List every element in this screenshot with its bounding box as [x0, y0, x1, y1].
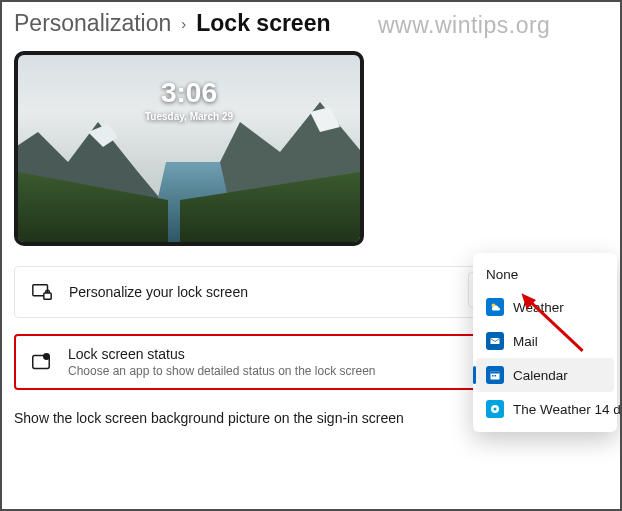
watermark: www.wintips.org: [378, 12, 550, 39]
lockscreen-clock: 3:06 Tuesday, March 29: [18, 77, 360, 122]
calendar-icon: [486, 366, 504, 384]
lockscreen-preview: 3:06 Tuesday, March 29: [14, 51, 364, 246]
status-app-dropdown-menu: None Weather Mail Calendar The Weather 1…: [473, 253, 617, 432]
svg-marker-17: [517, 293, 537, 311]
menu-item-label: Calendar: [513, 368, 568, 383]
svg-rect-11: [491, 372, 500, 374]
menu-item-none[interactable]: None: [476, 259, 614, 290]
mail-icon: [486, 332, 504, 350]
svg-rect-13: [495, 375, 497, 377]
menu-item-weather14[interactable]: The Weather 14 day: [476, 392, 614, 426]
menu-item-label: None: [486, 267, 518, 282]
menu-item-calendar[interactable]: Calendar: [476, 358, 614, 392]
chevron-right-icon: ›: [181, 15, 186, 32]
weather-icon: [486, 298, 504, 316]
menu-item-label: The Weather 14 day: [513, 402, 622, 417]
setting-row-title: Show the lock screen background picture …: [14, 410, 539, 426]
svg-rect-12: [492, 375, 494, 377]
svg-rect-9: [491, 338, 500, 344]
breadcrumb-parent[interactable]: Personalization: [14, 10, 171, 37]
lockscreen-date: Tuesday, March 29: [18, 111, 360, 122]
weather-14-icon: [486, 400, 504, 418]
svg-point-7: [44, 354, 50, 360]
svg-rect-5: [44, 293, 51, 299]
lockscreen-time: 3:06: [18, 77, 360, 109]
picture-lock-icon: [31, 281, 53, 303]
svg-point-15: [494, 408, 497, 411]
page-title: Lock screen: [196, 10, 330, 37]
status-app-icon: [30, 351, 52, 373]
